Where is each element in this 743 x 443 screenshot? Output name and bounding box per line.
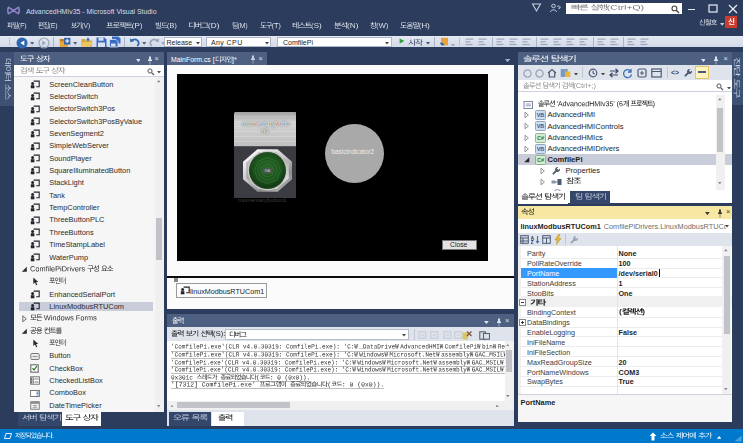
svg-text:C#: C# [536,157,543,163]
svg-text:C#: C# [536,135,543,141]
svg-text:NA: NA [264,168,270,173]
svg-text:VB: VB [536,146,544,152]
svg-text:Z: Z [531,239,534,244]
svg-text:VB: VB [536,124,544,130]
svg-text:VB: VB [536,112,544,118]
